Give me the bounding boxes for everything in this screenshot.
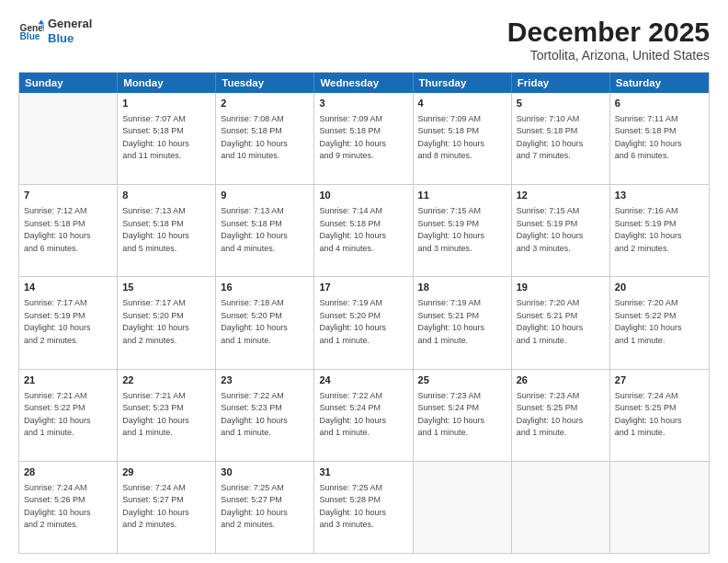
- cell-info: Sunrise: 7:09 AM Sunset: 5:18 PM Dayligh…: [319, 113, 407, 163]
- cell-info: Sunrise: 7:19 AM Sunset: 5:20 PM Dayligh…: [319, 297, 407, 347]
- cell-info: Sunrise: 7:12 AM Sunset: 5:18 PM Dayligh…: [24, 205, 112, 255]
- cal-header-friday: Friday: [512, 73, 610, 93]
- cell-date: 11: [418, 189, 506, 203]
- cal-header-sunday: Sunday: [19, 73, 118, 93]
- cal-header-thursday: Thursday: [414, 73, 512, 93]
- cal-cell: 16Sunrise: 7:18 AM Sunset: 5:20 PM Dayli…: [216, 277, 314, 368]
- cal-header-saturday: Saturday: [610, 73, 709, 93]
- cell-date: 24: [319, 373, 407, 388]
- cal-cell: 18Sunrise: 7:19 AM Sunset: 5:21 PM Dayli…: [414, 277, 512, 368]
- cell-info: Sunrise: 7:07 AM Sunset: 5:18 PM Dayligh…: [122, 113, 210, 163]
- cell-info: Sunrise: 7:13 AM Sunset: 5:18 PM Dayligh…: [122, 205, 210, 255]
- logo-blue: Blue: [48, 31, 92, 46]
- cal-header-tuesday: Tuesday: [216, 73, 314, 93]
- cal-row-1: 7Sunrise: 7:12 AM Sunset: 5:18 PM Daylig…: [19, 185, 709, 277]
- cal-cell: 30Sunrise: 7:25 AM Sunset: 5:27 PM Dayli…: [216, 462, 314, 553]
- cell-date: 7: [24, 189, 112, 203]
- cell-info: Sunrise: 7:17 AM Sunset: 5:19 PM Dayligh…: [24, 297, 112, 347]
- cal-cell: 6Sunrise: 7:11 AM Sunset: 5:18 PM Daylig…: [610, 93, 709, 184]
- cell-date: 20: [615, 281, 704, 295]
- cell-info: Sunrise: 7:21 AM Sunset: 5:23 PM Dayligh…: [122, 390, 210, 440]
- cell-date: 30: [221, 465, 309, 480]
- cell-info: Sunrise: 7:08 AM Sunset: 5:18 PM Dayligh…: [221, 113, 309, 163]
- cal-row-4: 28Sunrise: 7:24 AM Sunset: 5:26 PM Dayli…: [19, 462, 709, 553]
- cell-date: 17: [319, 281, 407, 295]
- cal-cell: 7Sunrise: 7:12 AM Sunset: 5:18 PM Daylig…: [19, 185, 118, 276]
- cell-info: Sunrise: 7:20 AM Sunset: 5:21 PM Dayligh…: [517, 297, 605, 347]
- cell-info: Sunrise: 7:24 AM Sunset: 5:26 PM Dayligh…: [24, 482, 112, 532]
- cal-cell: 25Sunrise: 7:23 AM Sunset: 5:24 PM Dayli…: [414, 370, 512, 461]
- cal-cell: 19Sunrise: 7:20 AM Sunset: 5:21 PM Dayli…: [512, 277, 610, 368]
- cell-date: 12: [517, 189, 605, 203]
- cell-info: Sunrise: 7:10 AM Sunset: 5:18 PM Dayligh…: [517, 113, 605, 163]
- cal-row-0: 1Sunrise: 7:07 AM Sunset: 5:18 PM Daylig…: [19, 93, 709, 185]
- svg-text:Blue: Blue: [20, 31, 40, 41]
- logo-general: General: [48, 17, 92, 31]
- cell-date: 18: [418, 281, 506, 295]
- cell-date: 13: [615, 189, 704, 203]
- cal-cell: 28Sunrise: 7:24 AM Sunset: 5:26 PM Dayli…: [19, 462, 118, 553]
- cell-date: 22: [122, 373, 210, 388]
- cal-cell: 31Sunrise: 7:25 AM Sunset: 5:28 PM Dayli…: [314, 462, 413, 553]
- logo-text: General Blue: [48, 17, 92, 45]
- cell-date: 14: [24, 281, 112, 295]
- cal-cell: [512, 462, 610, 553]
- cell-date: 1: [122, 97, 210, 111]
- cell-info: Sunrise: 7:22 AM Sunset: 5:24 PM Dayligh…: [319, 390, 407, 440]
- cell-info: Sunrise: 7:21 AM Sunset: 5:22 PM Dayligh…: [24, 390, 112, 440]
- cal-cell: 14Sunrise: 7:17 AM Sunset: 5:19 PM Dayli…: [19, 277, 118, 368]
- cal-cell: 21Sunrise: 7:21 AM Sunset: 5:22 PM Dayli…: [19, 370, 118, 461]
- cal-cell: [414, 462, 512, 553]
- calendar-body: 1Sunrise: 7:07 AM Sunset: 5:18 PM Daylig…: [19, 93, 709, 553]
- subtitle: Tortolita, Arizona, United States: [507, 48, 710, 63]
- cal-cell: 5Sunrise: 7:10 AM Sunset: 5:18 PM Daylig…: [512, 93, 610, 184]
- cal-cell: [19, 93, 118, 184]
- cal-cell: 1Sunrise: 7:07 AM Sunset: 5:18 PM Daylig…: [118, 93, 216, 184]
- logo: General Blue General Blue: [18, 17, 92, 45]
- cell-date: 3: [319, 97, 407, 111]
- cell-info: Sunrise: 7:14 AM Sunset: 5:18 PM Dayligh…: [319, 205, 407, 255]
- cell-info: Sunrise: 7:15 AM Sunset: 5:19 PM Dayligh…: [517, 205, 605, 255]
- cal-cell: 24Sunrise: 7:22 AM Sunset: 5:24 PM Dayli…: [314, 370, 413, 461]
- cal-cell: 2Sunrise: 7:08 AM Sunset: 5:18 PM Daylig…: [216, 93, 314, 184]
- cal-cell: 29Sunrise: 7:24 AM Sunset: 5:27 PM Dayli…: [118, 462, 216, 553]
- svg-marker-2: [39, 19, 44, 24]
- cell-date: 16: [221, 281, 309, 295]
- cal-header-wednesday: Wednesday: [314, 73, 413, 93]
- cal-cell: 27Sunrise: 7:24 AM Sunset: 5:25 PM Dayli…: [610, 370, 709, 461]
- cell-date: 10: [319, 189, 407, 203]
- header: General Blue General Blue December 2025 …: [18, 17, 710, 63]
- logo-icon: General Blue: [18, 18, 44, 44]
- page: General Blue General Blue December 2025 …: [0, 0, 728, 563]
- cell-info: Sunrise: 7:20 AM Sunset: 5:22 PM Dayligh…: [615, 297, 704, 347]
- cal-cell: 4Sunrise: 7:09 AM Sunset: 5:18 PM Daylig…: [414, 93, 512, 184]
- cal-cell: 3Sunrise: 7:09 AM Sunset: 5:18 PM Daylig…: [314, 93, 413, 184]
- cell-date: 26: [517, 373, 605, 388]
- cell-info: Sunrise: 7:23 AM Sunset: 5:24 PM Dayligh…: [418, 390, 506, 440]
- main-title: December 2025: [507, 17, 710, 48]
- cell-info: Sunrise: 7:25 AM Sunset: 5:28 PM Dayligh…: [319, 482, 407, 532]
- cell-info: Sunrise: 7:17 AM Sunset: 5:20 PM Dayligh…: [122, 297, 210, 347]
- cell-date: 2: [221, 97, 309, 111]
- calendar: SundayMondayTuesdayWednesdayThursdayFrid…: [18, 72, 710, 554]
- cal-cell: 9Sunrise: 7:13 AM Sunset: 5:18 PM Daylig…: [216, 185, 314, 276]
- cell-date: 8: [122, 189, 210, 203]
- cal-cell: 15Sunrise: 7:17 AM Sunset: 5:20 PM Dayli…: [118, 277, 216, 368]
- cal-cell: 26Sunrise: 7:23 AM Sunset: 5:25 PM Dayli…: [512, 370, 610, 461]
- cal-row-3: 21Sunrise: 7:21 AM Sunset: 5:22 PM Dayli…: [19, 370, 709, 462]
- cell-info: Sunrise: 7:23 AM Sunset: 5:25 PM Dayligh…: [517, 390, 605, 440]
- cell-info: Sunrise: 7:24 AM Sunset: 5:25 PM Dayligh…: [615, 390, 704, 440]
- cal-cell: 17Sunrise: 7:19 AM Sunset: 5:20 PM Dayli…: [314, 277, 413, 368]
- cell-date: 29: [122, 465, 210, 480]
- calendar-header-row: SundayMondayTuesdayWednesdayThursdayFrid…: [19, 73, 709, 93]
- cal-cell: 23Sunrise: 7:22 AM Sunset: 5:23 PM Dayli…: [216, 370, 314, 461]
- cell-date: 19: [517, 281, 605, 295]
- cell-info: Sunrise: 7:22 AM Sunset: 5:23 PM Dayligh…: [221, 390, 309, 440]
- cell-info: Sunrise: 7:19 AM Sunset: 5:21 PM Dayligh…: [418, 297, 506, 347]
- cell-info: Sunrise: 7:24 AM Sunset: 5:27 PM Dayligh…: [122, 482, 210, 532]
- cell-date: 27: [615, 373, 704, 388]
- cell-date: 25: [418, 373, 506, 388]
- cell-date: 9: [221, 189, 309, 203]
- cell-info: Sunrise: 7:18 AM Sunset: 5:20 PM Dayligh…: [221, 297, 309, 347]
- cell-date: 31: [319, 465, 407, 480]
